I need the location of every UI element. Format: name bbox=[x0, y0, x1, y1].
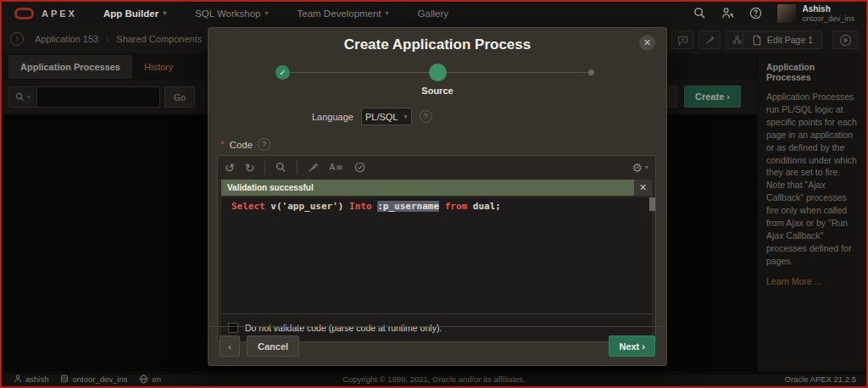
code-field-label-row: * Code ? bbox=[220, 138, 666, 151]
back-button[interactable]: ‹ bbox=[220, 335, 240, 357]
search-icon[interactable] bbox=[693, 7, 706, 19]
editor-settings-button[interactable]: ⚙ ▾ bbox=[632, 162, 648, 174]
language-label: Language bbox=[312, 112, 353, 122]
gear-icon: ⚙ bbox=[632, 162, 643, 174]
case-toggle-icon[interactable]: A≌ bbox=[329, 164, 343, 172]
nav-item-team-development[interactable]: Team Development▾ bbox=[283, 2, 403, 25]
chevron-down-icon: ▾ bbox=[386, 9, 389, 17]
avatar bbox=[777, 4, 796, 23]
validation-message-bar: Validation successful ✕ bbox=[221, 180, 652, 196]
wizard-step-done: ✓ bbox=[275, 65, 290, 80]
wizard-step-current bbox=[429, 64, 447, 81]
code-text-area[interactable]: Select v('app_user') Into :p_username fr… bbox=[221, 197, 652, 313]
cancel-button[interactable]: Cancel bbox=[247, 335, 299, 357]
dialog-title: Create Application Process bbox=[209, 36, 666, 53]
validation-message: Validation successful bbox=[221, 183, 314, 192]
user-menu[interactable]: Ashish ontoor_dev_ins bbox=[777, 4, 854, 23]
nav-item-app-builder[interactable]: App Builder▾ bbox=[89, 2, 181, 25]
footer-copyright: Copyright © 1999, 2021, Oracle and/or it… bbox=[2, 374, 866, 384]
nav-item-label: Team Development bbox=[298, 8, 381, 19]
autoformat-icon[interactable] bbox=[308, 162, 319, 173]
nav-item-label: SQL Workshop bbox=[195, 8, 260, 19]
oracle-logo-icon bbox=[14, 8, 34, 19]
dialog-footer: ‹ Cancel Next › bbox=[209, 326, 666, 365]
close-icon[interactable]: ✕ bbox=[639, 35, 655, 51]
admin-user-icon[interactable] bbox=[721, 7, 734, 19]
code-editor: ↺ ↻ A≌ ⚙ ▾ Validation successful ✕ Se bbox=[217, 155, 656, 342]
nav-item-label: Gallery bbox=[418, 8, 448, 19]
code-line: Select v('app_user') Into :p_username fr… bbox=[231, 201, 645, 212]
brand-name: APEX bbox=[42, 8, 77, 19]
editor-scrollbar[interactable] bbox=[649, 197, 655, 211]
next-button[interactable]: Next › bbox=[609, 335, 655, 357]
language-select[interactable]: PL/SQL ▾ bbox=[361, 108, 412, 125]
code-help-icon[interactable]: ? bbox=[258, 138, 270, 151]
redo-icon[interactable]: ↻ bbox=[245, 162, 255, 174]
language-value: PL/SQL bbox=[365, 112, 398, 122]
user-workspace: ontoor_dev_ins bbox=[802, 14, 854, 23]
code-editor-toolbar: ↺ ↻ A≌ ⚙ ▾ bbox=[218, 156, 655, 179]
toolbar-divider bbox=[264, 161, 265, 175]
undo-icon[interactable]: ↺ bbox=[225, 162, 235, 174]
create-application-process-dialog: Create Application Process ✕ ✓ Source La… bbox=[208, 27, 667, 366]
required-marker: * bbox=[220, 139, 225, 151]
chevron-down-icon: ▾ bbox=[163, 9, 166, 17]
chevron-down-icon: ▾ bbox=[645, 164, 648, 171]
apex-brand[interactable]: APEX bbox=[2, 8, 89, 19]
nav-item-label: App Builder bbox=[103, 8, 159, 19]
language-row: Language PL/SQL ▾ ? bbox=[312, 108, 666, 125]
wizard-step-future bbox=[588, 69, 594, 75]
wizard-progress: ✓ Source bbox=[209, 60, 666, 99]
code-label: Code bbox=[230, 140, 253, 150]
dismiss-validation-icon[interactable]: ✕ bbox=[634, 180, 652, 196]
top-navigation-bar: APEX App Builder▾ SQL Workshop▾ Team Dev… bbox=[2, 2, 866, 25]
toolbar-divider bbox=[297, 161, 298, 175]
validate-icon[interactable] bbox=[354, 162, 365, 173]
find-icon[interactable] bbox=[275, 162, 287, 173]
chevron-down-icon: ▾ bbox=[265, 9, 269, 17]
user-name: Ashish bbox=[802, 4, 854, 14]
wizard-step-label: Source bbox=[403, 86, 471, 96]
language-help-icon[interactable]: ? bbox=[420, 110, 432, 123]
chevron-down-icon: ▾ bbox=[403, 113, 407, 120]
nav-item-gallery[interactable]: Gallery bbox=[403, 2, 463, 25]
apex-builder-page: { "topnav": { "brand": "APEX", "items": … bbox=[0, 0, 868, 388]
nav-item-sql-workshop[interactable]: SQL Workshop▾ bbox=[181, 2, 282, 25]
help-icon[interactable] bbox=[749, 7, 762, 19]
footer-version: Oracle APEX 21.2.5 bbox=[785, 374, 857, 384]
